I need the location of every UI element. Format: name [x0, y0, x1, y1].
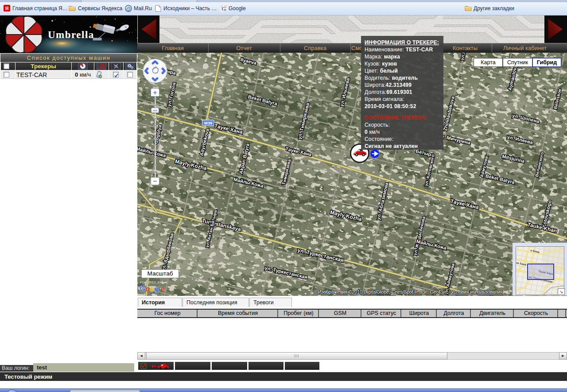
svg-text:g: g [154, 285, 159, 293]
svg-text:o: o [150, 285, 154, 293]
svg-text:o: o [145, 285, 150, 293]
svg-text:G: G [140, 285, 145, 293]
svg-text:Umbrella: Umbrella [48, 29, 94, 40]
svg-text:e: e [161, 285, 165, 293]
svg-text:Я: Я [5, 6, 9, 11]
svg-text:@: @ [126, 6, 131, 11]
svg-text:M39: M39 [204, 120, 212, 125]
